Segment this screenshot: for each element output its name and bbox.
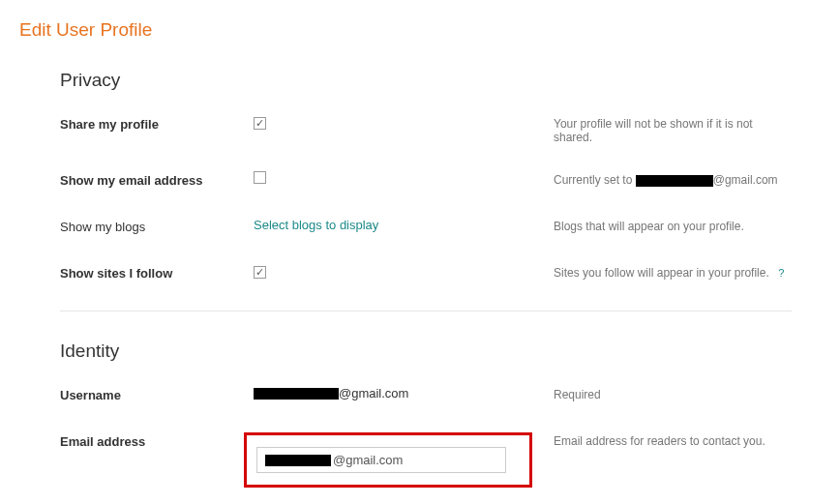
show-sites-checkbox[interactable] xyxy=(254,266,266,279)
show-sites-row: Show sites I follow Sites you follow wil… xyxy=(60,264,792,283)
show-sites-desc: Sites you follow will appear in your pro… xyxy=(554,264,792,280)
privacy-section: Privacy Share my profile Your profile wi… xyxy=(60,70,792,311)
email-desc: Email address for readers to contact you… xyxy=(554,432,792,448)
show-blogs-row: Show my blogs Select blogs to display Bl… xyxy=(60,218,792,237)
email-highlight-box: @gmail.com xyxy=(244,432,532,488)
show-email-desc: Currently set to @gmail.com xyxy=(554,171,792,187)
show-email-row: Show my email address Currently set to @… xyxy=(60,171,792,191)
help-icon[interactable]: ? xyxy=(778,267,784,279)
share-profile-label: Share my profile xyxy=(60,115,254,132)
email-row: Email address @gmail.com Email address f… xyxy=(60,432,792,488)
username-label: Username xyxy=(60,386,254,402)
masked-email xyxy=(636,175,713,187)
show-blogs-label: Show my blogs xyxy=(60,218,254,234)
section-divider xyxy=(60,311,792,311)
show-email-label: Show my email address xyxy=(60,171,254,188)
username-value: @gmail.com xyxy=(254,386,408,400)
username-desc: Required xyxy=(554,386,792,401)
masked-email-input xyxy=(265,455,331,466)
email-label: Email address xyxy=(60,432,254,449)
username-row: Username @gmail.com Required xyxy=(60,386,792,405)
show-blogs-desc: Blogs that will appear on your profile. xyxy=(554,218,792,233)
show-email-checkbox[interactable] xyxy=(254,171,266,184)
page-title: Edit User Profile xyxy=(19,19,821,41)
email-input[interactable]: @gmail.com xyxy=(256,447,506,473)
identity-section: Identity Username @gmail.com Required Em… xyxy=(60,341,792,504)
identity-heading: Identity xyxy=(60,341,792,362)
share-profile-desc: Your profile will not be shown if it is … xyxy=(554,115,792,144)
share-profile-checkbox[interactable] xyxy=(254,117,266,130)
privacy-heading: Privacy xyxy=(60,70,792,91)
share-profile-row: Share my profile Your profile will not b… xyxy=(60,115,792,144)
masked-username xyxy=(254,388,339,400)
select-blogs-link[interactable]: Select blogs to display xyxy=(254,218,378,232)
show-sites-label: Show sites I follow xyxy=(60,264,254,281)
